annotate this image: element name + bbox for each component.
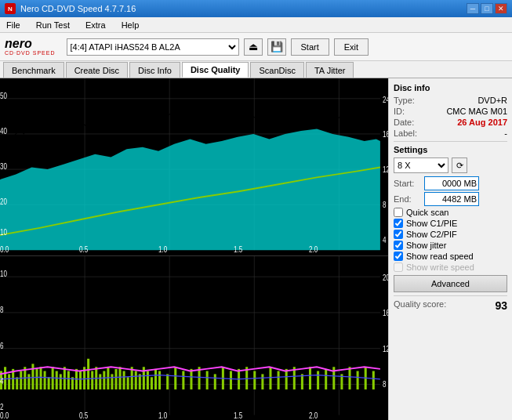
- advanced-button[interactable]: Advanced: [394, 275, 507, 292]
- svg-text:30: 30: [0, 162, 7, 171]
- svg-rect-49: [60, 374, 62, 389]
- show-jitter-checkbox[interactable]: [394, 241, 403, 250]
- tab-benchmark[interactable]: Benchmark: [3, 62, 64, 78]
- svg-rect-59: [99, 374, 101, 389]
- svg-text:8: 8: [0, 306, 3, 314]
- quality-score-row: Quality score: 93: [394, 299, 507, 312]
- svg-rect-54: [79, 371, 82, 389]
- close-button[interactable]: ✕: [495, 3, 507, 14]
- svg-rect-46: [48, 377, 50, 389]
- svg-text:20: 20: [383, 273, 388, 282]
- upper-chart-svg: 24 16 12 8 4 50 40 30 20 10 0.0 0.5 1.0 …: [0, 78, 388, 255]
- svg-rect-83: [230, 371, 232, 389]
- svg-rect-56: [87, 359, 89, 389]
- quick-scan-row: Quick scan: [394, 208, 507, 217]
- disc-date-value: 26 Aug 2017: [457, 118, 507, 127]
- svg-text:12: 12: [383, 165, 388, 174]
- svg-rect-89: [278, 371, 280, 389]
- show-write-speed-checkbox[interactable]: [394, 262, 403, 272]
- menu-help[interactable]: Help: [118, 19, 143, 31]
- svg-rect-45: [44, 371, 46, 389]
- speed-select[interactable]: 8 X: [394, 158, 448, 173]
- disc-label-label: Label:: [394, 129, 417, 138]
- svg-text:1.0: 1.0: [158, 411, 167, 419]
- speed-row: 8 X ⟳: [394, 158, 507, 173]
- svg-rect-93: [309, 367, 311, 389]
- svg-rect-94: [317, 371, 319, 389]
- disc-label-row: Label: -: [394, 129, 507, 138]
- svg-text:12: 12: [383, 344, 388, 353]
- svg-text:10: 10: [0, 270, 7, 278]
- quick-scan-checkbox[interactable]: [394, 208, 403, 217]
- svg-rect-64: [119, 367, 122, 389]
- svg-rect-66: [127, 377, 129, 389]
- svg-rect-77: [182, 371, 184, 389]
- start-button[interactable]: Start: [291, 38, 329, 56]
- svg-rect-57: [91, 371, 93, 389]
- menu-run-test[interactable]: Run Test: [33, 19, 73, 31]
- svg-rect-36: [8, 374, 10, 389]
- svg-rect-35: [4, 367, 6, 389]
- window-controls: ─ □ ✕: [467, 3, 507, 14]
- svg-rect-75: [166, 374, 169, 389]
- menu-file[interactable]: File: [3, 19, 24, 31]
- eject-icon-button[interactable]: ⏏: [244, 38, 263, 56]
- svg-text:2.0: 2.0: [309, 411, 318, 419]
- show-c2-pif-checkbox[interactable]: [394, 230, 403, 239]
- svg-rect-63: [114, 369, 117, 389]
- chart-area: 24 16 12 8 4 50 40 30 20 10 0.0 0.5 1.0 …: [0, 78, 388, 420]
- drive-select[interactable]: [4:4] ATAPI iHAS524 B AL2A: [67, 38, 239, 56]
- svg-text:0.0: 0.0: [0, 411, 9, 419]
- divider-1: [394, 141, 507, 142]
- svg-rect-95: [325, 369, 327, 389]
- svg-rect-86: [253, 371, 256, 389]
- svg-rect-78: [190, 369, 192, 389]
- nero-logo-text: nero: [5, 38, 32, 50]
- end-input[interactable]: [424, 192, 479, 206]
- tab-ta-jitter[interactable]: TA Jitter: [306, 62, 354, 78]
- settings-refresh-button[interactable]: ⟳: [452, 158, 467, 173]
- svg-rect-65: [123, 371, 125, 389]
- svg-rect-68: [135, 371, 137, 389]
- tab-disc-info[interactable]: Disc Info: [129, 62, 180, 78]
- quality-score-label: Quality score:: [394, 299, 446, 312]
- end-mb-row: End:: [394, 192, 507, 206]
- svg-rect-42: [31, 364, 34, 389]
- maximize-button[interactable]: □: [481, 3, 493, 14]
- show-c1-pie-checkbox[interactable]: [394, 219, 403, 228]
- svg-text:6: 6: [0, 341, 3, 349]
- nero-logo: nero CD·DVD SPEED: [5, 38, 56, 56]
- tab-create-disc[interactable]: Create Disc: [66, 62, 128, 78]
- svg-rect-48: [56, 371, 58, 389]
- tab-disc-quality[interactable]: Disc Quality: [182, 62, 249, 78]
- show-c2-pif-label: Show C2/PIF: [406, 230, 457, 239]
- svg-rect-73: [154, 369, 157, 389]
- svg-text:1.0: 1.0: [158, 245, 167, 254]
- exit-button[interactable]: Exit: [334, 38, 369, 56]
- svg-rect-101: [372, 371, 375, 389]
- svg-text:8: 8: [383, 201, 386, 209]
- save-icon-button[interactable]: 💾: [267, 38, 286, 56]
- disc-label-value: -: [504, 129, 507, 138]
- menu-bar: File Run Test Extra Help: [0, 17, 512, 33]
- svg-rect-76: [174, 367, 176, 389]
- svg-rect-38: [16, 377, 18, 389]
- tab-scan-disc[interactable]: ScanDisc: [250, 62, 303, 78]
- svg-rect-51: [67, 371, 70, 389]
- disc-id-value: CMC MAG M01: [446, 107, 507, 116]
- disc-type-row: Type: DVD+R: [394, 96, 507, 105]
- menu-extra[interactable]: Extra: [82, 19, 109, 31]
- lower-chart-svg: 20 16 12 8 10 8 6 4 2 0.0 0.5 1.0 1.5 2.…: [0, 256, 388, 420]
- tab-bar: Benchmark Create Disc Disc Info Disc Qua…: [0, 61, 512, 78]
- lower-chart: 20 16 12 8 10 8 6 4 2 0.0 0.5 1.0 1.5 2.…: [0, 256, 388, 420]
- svg-text:40: 40: [0, 127, 7, 136]
- svg-text:8: 8: [383, 380, 386, 389]
- svg-rect-81: [214, 374, 216, 389]
- show-write-speed-label: Show write speed: [406, 262, 474, 272]
- disc-type-label: Type:: [394, 96, 415, 105]
- show-read-speed-checkbox[interactable]: [394, 252, 403, 261]
- start-input[interactable]: [424, 176, 479, 190]
- minimize-button[interactable]: ─: [467, 3, 479, 14]
- disc-id-label: ID:: [394, 107, 405, 116]
- svg-rect-39: [20, 371, 22, 389]
